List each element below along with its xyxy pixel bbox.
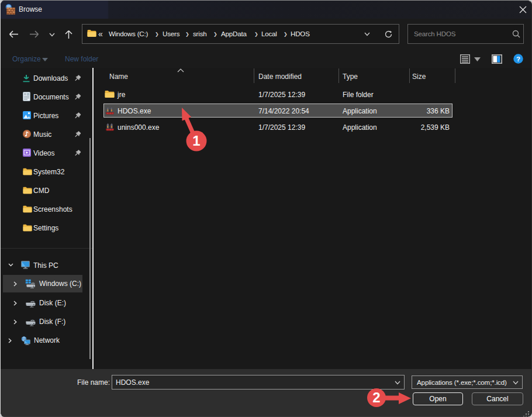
svg-text:2: 2 (372, 390, 380, 405)
svg-text:1: 1 (192, 133, 200, 149)
